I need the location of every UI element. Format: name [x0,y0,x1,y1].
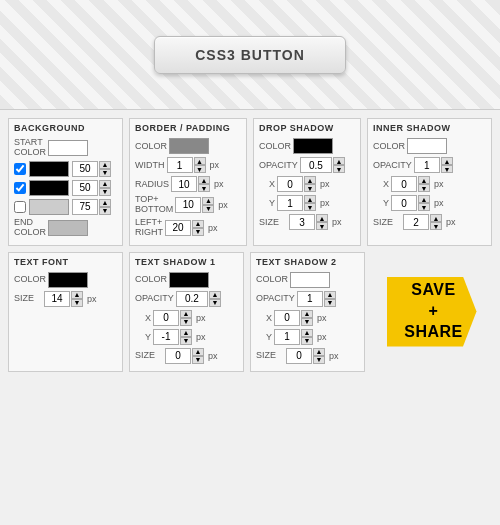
drop-size-spin-up[interactable]: ▲ [316,214,328,222]
inner-opacity-spin-up[interactable]: ▲ [441,157,453,165]
border-leftright-spin-up[interactable]: ▲ [192,220,204,228]
ts1-x-px: px [196,313,206,323]
font-color-swatch[interactable] [48,272,88,288]
ts1-y-spin-up[interactable]: ▲ [180,329,192,337]
ts1-size-input[interactable] [165,348,191,364]
drop-color-swatch[interactable] [293,138,333,154]
drop-opacity-spin-up[interactable]: ▲ [333,157,345,165]
bg-spin3-down[interactable]: ▼ [99,207,111,215]
border-radius-spin-down[interactable]: ▼ [198,184,210,192]
save-share-button[interactable]: SAVE + SHARE [387,277,477,347]
bg-spin1-up[interactable]: ▲ [99,161,111,169]
inner-x-input[interactable] [391,176,417,192]
ts1-color-row: COLOR [135,272,238,288]
border-topbottom-spin-up[interactable]: ▲ [202,197,214,205]
border-radius-spin-up[interactable]: ▲ [198,176,210,184]
border-radius-input[interactable] [171,176,197,192]
ts1-size-spin-up[interactable]: ▲ [192,348,204,356]
ts1-color-swatch[interactable] [169,272,209,288]
start-color-swatch[interactable] [48,140,88,156]
ts2-opacity-input[interactable] [297,291,323,307]
inner-x-spin-up[interactable]: ▲ [418,176,430,184]
border-width-input[interactable] [167,157,193,173]
inner-size-spin-down[interactable]: ▼ [430,222,442,230]
drop-opacity-input[interactable] [300,157,332,173]
ts2-opacity-spin-down[interactable]: ▼ [324,299,336,307]
bg-checkbox1[interactable] [14,163,26,175]
drop-size-spin-down[interactable]: ▼ [316,222,328,230]
bg-value2[interactable] [72,180,98,196]
ts2-color-swatch[interactable] [290,272,330,288]
inner-color-swatch[interactable] [407,138,447,154]
ts2-x-spin-up[interactable]: ▲ [301,310,313,318]
bg-checkbox2[interactable] [14,182,26,194]
ts1-opacity-spin-down[interactable]: ▼ [209,299,221,307]
drop-x-spin-down[interactable]: ▼ [304,184,316,192]
ts1-x-spin-down[interactable]: ▼ [180,318,192,326]
ts2-y-input[interactable] [274,329,300,345]
border-topbottom-spin-down[interactable]: ▼ [202,205,214,213]
ts1-x-input[interactable] [153,310,179,326]
inner-opacity-spin: ▲ ▼ [441,157,453,173]
drop-y-spin-up[interactable]: ▲ [304,195,316,203]
bg-spin1-down[interactable]: ▼ [99,169,111,177]
bg-color2[interactable] [29,180,69,196]
ts2-size-spin-down[interactable]: ▼ [313,356,325,364]
ts1-size-spin-down[interactable]: ▼ [192,356,204,364]
border-width-spin-down[interactable]: ▼ [194,165,206,173]
border-leftright-spin-down[interactable]: ▼ [192,228,204,236]
drop-opacity-spin-down[interactable]: ▼ [333,165,345,173]
drop-x-input[interactable] [277,176,303,192]
bg-spin2-up[interactable]: ▲ [99,180,111,188]
font-size-spin: ▲ ▼ [71,291,83,307]
ts1-x-row: X ▲ ▼ px [135,310,238,326]
inner-x-spin-down[interactable]: ▼ [418,184,430,192]
bg-checkbox3[interactable] [14,201,26,213]
end-color-swatch[interactable] [48,220,88,236]
bg-color3[interactable] [29,199,69,215]
ts2-x-spin-down[interactable]: ▼ [301,318,313,326]
ts2-y-spin-up[interactable]: ▲ [301,329,313,337]
ts2-y-spin-down[interactable]: ▼ [301,337,313,345]
css3-button[interactable]: CSS3 BUTTON [154,36,346,74]
ts1-opacity-label: OPACITY [135,293,174,304]
bg-num3-group: ▲ ▼ [72,199,111,215]
inner-y-input[interactable] [391,195,417,211]
bg-spin3-up[interactable]: ▲ [99,199,111,207]
drop-size-input[interactable] [289,214,315,230]
inner-size-input[interactable] [403,214,429,230]
inner-opacity-spin-down[interactable]: ▼ [441,165,453,173]
bg-num1-group: ▲ ▼ [72,161,111,177]
inner-y-spin-down[interactable]: ▼ [418,203,430,211]
border-color-swatch[interactable] [169,138,209,154]
inner-y-spin-up[interactable]: ▲ [418,195,430,203]
border-width-spin: ▲ ▼ [194,157,206,173]
border-width-spin-up[interactable]: ▲ [194,157,206,165]
bg-spin2-down[interactable]: ▼ [99,188,111,196]
ts2-x-group: ▲ ▼ [274,310,313,326]
ts1-x-spin-up[interactable]: ▲ [180,310,192,318]
border-width-label: WIDTH [135,160,165,171]
ts2-x-input[interactable] [274,310,300,326]
border-title: BORDER / PADDING [135,123,241,133]
ts2-opacity-spin-up[interactable]: ▲ [324,291,336,299]
border-topbottom-input[interactable] [175,197,201,213]
border-leftright-input[interactable] [165,220,191,236]
font-size-spin-up[interactable]: ▲ [71,291,83,299]
drop-y-input[interactable] [277,195,303,211]
drop-y-spin-down[interactable]: ▼ [304,203,316,211]
inner-opacity-input[interactable] [414,157,440,173]
bg-value3[interactable] [72,199,98,215]
bg-value1[interactable] [72,161,98,177]
ts1-opacity-input[interactable] [176,291,208,307]
ts1-y-input[interactable] [153,329,179,345]
ts1-opacity-spin-up[interactable]: ▲ [209,291,221,299]
inner-size-spin-up[interactable]: ▲ [430,214,442,222]
ts2-size-input[interactable] [286,348,312,364]
ts2-size-spin-up[interactable]: ▲ [313,348,325,356]
bg-color1[interactable] [29,161,69,177]
font-size-spin-down[interactable]: ▼ [71,299,83,307]
drop-x-spin-up[interactable]: ▲ [304,176,316,184]
font-size-input[interactable] [44,291,70,307]
ts1-y-spin-down[interactable]: ▼ [180,337,192,345]
